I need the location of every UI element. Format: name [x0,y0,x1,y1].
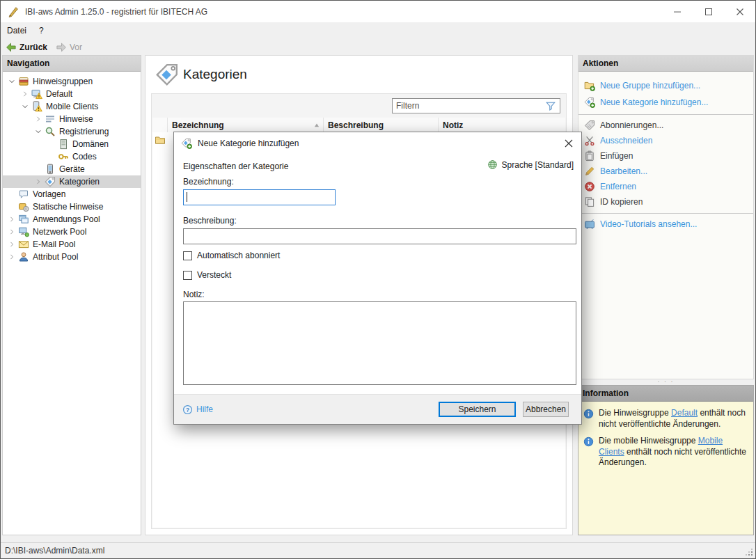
info-link-default[interactable]: Default [671,408,698,418]
checkbox-icon [183,271,192,280]
action-label: Entfernen [600,182,636,191]
close-icon [734,6,746,17]
maximize-button[interactable] [693,1,724,22]
nav-item-e-mail-pool[interactable]: E-Mail Pool [3,238,141,251]
menu-help[interactable]: ? [33,22,50,39]
action-neue-kategorie-hinzuf-gen[interactable]: Neue Kategorie hinzufügen... [578,94,753,111]
page-title: Kategorien [183,67,247,82]
language-selector[interactable]: Sprache [Standard] [487,159,574,170]
expand-icon[interactable] [6,251,18,262]
navigation-header: Navigation [3,56,141,72]
nav-item-statische-hinweise[interactable]: Statische Hinweise [3,200,141,213]
nav-item-default[interactable]: Default [3,88,141,100]
forward-button[interactable]: Vor [52,40,86,54]
action-abonnierungen[interactable]: Abonnierungen... [578,118,753,133]
collapse-icon[interactable] [19,101,31,112]
cancel-button[interactable]: Abbrechen [523,402,569,417]
close-button[interactable] [724,1,755,22]
action-label: Abonnierungen... [600,120,663,130]
action-entfernen[interactable]: Entfernen [578,179,753,194]
expander-spacer [6,189,18,200]
forward-label: Vor [70,42,82,52]
nav-item-attribut-pool[interactable]: Attribut Pool [3,251,141,263]
column-bezeichnung[interactable]: Bezeichnung [168,118,324,132]
nav-item-vorlagen[interactable]: Vorlagen [3,188,141,200]
action-bearbeiten[interactable]: Bearbeiten... [578,164,753,179]
checkbox-icon [183,251,192,260]
expand-icon[interactable] [6,226,18,237]
menu-datei[interactable]: Datei [1,22,33,39]
titlebar[interactable]: IBI-aws Admin 1.25.0 - registriert für I… [1,1,755,22]
add-category-icon [584,97,595,108]
nav-item-netzwerk-pool[interactable]: Netzwerk Pool [3,226,141,238]
nav-item-label: Statische Hinweise [29,202,103,212]
hidden-checkbox[interactable]: Versteckt [183,270,231,280]
expand-icon[interactable] [19,88,31,100]
bezeichnung-field[interactable] [183,189,336,205]
nav-item-kategorien[interactable]: Kategorien [3,175,141,188]
beschreibung-field[interactable] [183,228,576,244]
nav-item-codes[interactable]: Codes [3,150,141,163]
expand-icon[interactable] [6,239,18,250]
back-arrow-icon [6,42,17,53]
new-category-dialog: Neue Kategorie hinzufügen Eigenschaften … [173,132,582,425]
menubar: Datei ? [1,22,755,39]
filter-input[interactable]: Filtern [392,98,560,113]
action-video-tutorials-ansehen[interactable]: Video-Tutorials ansehen... [578,216,753,232]
action-ausschneiden[interactable]: Ausschneiden [578,133,753,148]
add-group-icon [584,80,595,91]
expand-icon[interactable] [32,113,45,125]
nav-item-label: Mobile Clients [42,102,98,111]
filter-funnel-icon [545,100,556,111]
save-button[interactable]: Speichern [439,402,516,417]
window-controls [661,1,755,22]
codes-icon [58,151,69,162]
filter-placeholder: Filtern [396,101,545,111]
minimize-button[interactable] [661,1,693,22]
network-pool-icon [18,226,29,237]
nav-item-ger-te[interactable]: Geräte [3,163,141,175]
info-item: Die mobile Hinweisgruppe Mobile Clients … [578,430,753,469]
column-beschreibung[interactable]: Beschreibung [324,118,439,132]
edit-icon [584,166,595,177]
action-label: Ausschneiden [600,136,652,145]
action-neue-gruppe-hinzuf-gen[interactable]: Neue Gruppe hinzufügen... [578,77,753,94]
column-notiz[interactable]: Notiz [439,118,565,132]
action-id-kopieren[interactable]: ID kopieren [578,194,753,210]
auto-subscribed-checkbox[interactable]: Automatisch abonniert [183,251,280,260]
globe-icon [487,159,498,170]
text-caret [187,192,187,202]
dialog-titlebar[interactable]: Neue Kategorie hinzufügen [174,132,581,154]
nav-item-label: Kategorien [56,177,100,187]
panel-splitter[interactable]: · · · [578,379,754,385]
nav-item-hinweisgruppen[interactable]: Hinweisgruppen [3,75,141,88]
nav-item-registrierung[interactable]: Registrierung [3,125,141,138]
nav-item-mobile-clients[interactable]: Mobile Clients [3,100,141,113]
help-icon: ? [182,404,193,415]
collapse-icon[interactable] [6,76,18,87]
column-label: Beschreibung [328,120,384,130]
remove-icon [584,181,595,192]
nav-item-hinweise[interactable]: Hinweise [3,113,141,125]
email-pool-icon [18,239,29,250]
dialog-close-icon[interactable] [563,138,574,149]
column-icon[interactable] [152,118,168,132]
help-link[interactable]: ? Hilfe [182,404,213,415]
sort-asc-icon [313,122,320,129]
resize-grip[interactable] [744,547,753,556]
back-button[interactable]: Zurück [2,40,51,54]
expand-icon[interactable] [32,176,45,187]
nav-item-anwendungs-pool[interactable]: Anwendungs Pool [3,213,141,226]
notiz-field[interactable] [183,301,576,385]
minimize-icon [672,6,683,17]
action-einf-gen[interactable]: Einfügen [578,148,753,164]
beschreibung-label: Beschreibung: [183,216,237,226]
video-icon [584,219,595,230]
language-label: Sprache [Standard] [502,160,574,170]
expand-icon[interactable] [6,214,18,225]
nav-item-label: E-Mail Pool [29,239,75,249]
nav-item-dom-nen[interactable]: Domänen [3,138,141,150]
collapse-icon[interactable] [32,126,45,137]
data-file-path: D:\IBI-aws\Admin\Data.xml [5,546,104,556]
add-category-icon [181,138,192,149]
